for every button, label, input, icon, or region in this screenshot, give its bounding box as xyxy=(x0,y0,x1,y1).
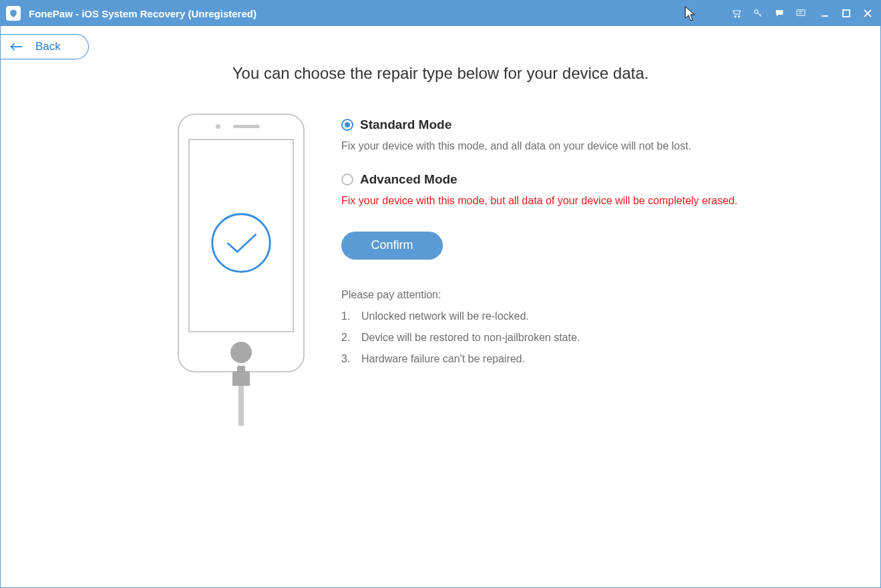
key-icon[interactable] xyxy=(752,7,764,19)
options-panel: Standard Mode Fix your device with this … xyxy=(341,113,755,426)
connector-icon xyxy=(232,371,250,386)
radio-unselected-icon xyxy=(341,174,353,186)
feedback-icon[interactable] xyxy=(795,7,807,19)
mode-standard-radio[interactable]: Standard Mode xyxy=(341,117,755,132)
attention-item: 1.Unlocked network will be re-locked. xyxy=(341,310,755,322)
window-controls xyxy=(819,7,874,19)
mode-advanced-label: Advanced Mode xyxy=(360,172,458,187)
page-heading: You can choose the repair type below for… xyxy=(27,64,854,83)
svg-point-1 xyxy=(738,16,739,17)
cart-icon[interactable] xyxy=(731,7,743,19)
mode-standard: Standard Mode Fix your device with this … xyxy=(341,117,755,154)
svg-point-3 xyxy=(777,12,778,13)
confirm-button[interactable]: Confirm xyxy=(341,232,443,260)
svg-point-2 xyxy=(755,10,758,13)
minimize-button[interactable] xyxy=(819,7,831,19)
chat-icon[interactable] xyxy=(773,7,785,19)
back-label: Back xyxy=(35,40,61,53)
titlebar: FonePaw - iOS System Recovery (Unregiste… xyxy=(1,1,880,26)
mode-standard-label: Standard Mode xyxy=(360,117,452,132)
phone-outline-icon xyxy=(178,113,305,372)
attention-section: Please pay attention: 1.Unlocked network… xyxy=(341,289,755,365)
svg-point-4 xyxy=(779,12,779,13)
maximize-button[interactable] xyxy=(840,7,852,19)
main-content: You can choose the repair type below for… xyxy=(1,64,880,426)
window-title: FonePaw - iOS System Recovery (Unregiste… xyxy=(29,8,731,19)
checkmark-circle-icon xyxy=(210,212,273,274)
titlebar-actions xyxy=(731,7,807,19)
cable-icon xyxy=(238,386,244,426)
mode-advanced-radio[interactable]: Advanced Mode xyxy=(341,172,755,187)
mode-advanced-desc: Fix your device with this mode, but all … xyxy=(341,194,755,208)
app-logo-icon xyxy=(6,6,21,21)
svg-rect-8 xyxy=(843,10,850,17)
radio-selected-icon xyxy=(341,119,353,131)
close-button[interactable] xyxy=(862,7,874,19)
svg-point-5 xyxy=(780,12,781,13)
attention-heading: Please pay attention: xyxy=(341,289,755,301)
svg-rect-6 xyxy=(797,10,805,16)
mode-standard-desc: Fix your device with this mode, and all … xyxy=(341,139,755,154)
attention-item: 2.Device will be restored to non-jailbro… xyxy=(341,332,755,344)
arrow-left-icon xyxy=(10,42,23,51)
svg-point-0 xyxy=(735,16,736,17)
device-illustration xyxy=(174,113,308,426)
back-button[interactable]: Back xyxy=(0,34,89,59)
attention-item: 3.Hardware failure can't be repaired. xyxy=(341,353,755,365)
svg-point-12 xyxy=(212,214,270,272)
mode-advanced: Advanced Mode Fix your device with this … xyxy=(341,172,755,208)
